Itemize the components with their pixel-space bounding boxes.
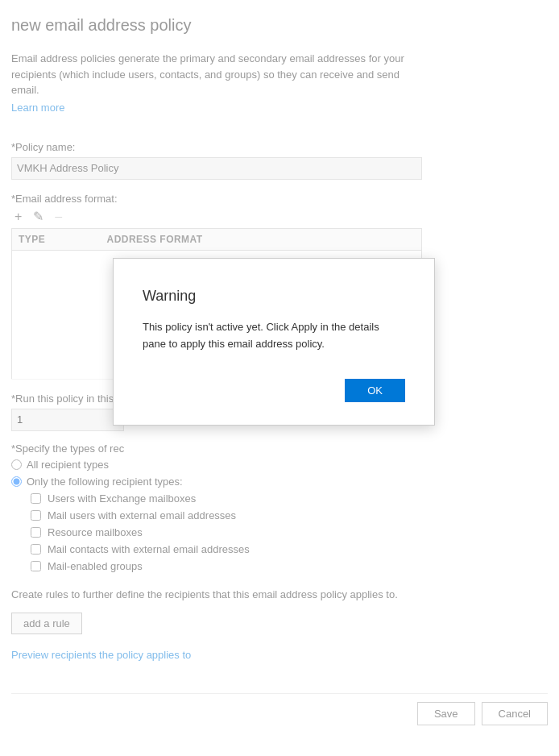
modal-ok-button[interactable]: OK — [345, 379, 405, 402]
warning-modal: Warning This policy isn't active yet. Cl… — [113, 258, 435, 426]
modal-body: This policy isn't active yet. Click Appl… — [143, 319, 405, 353]
modal-title: Warning — [143, 288, 405, 305]
modal-footer: OK — [143, 379, 405, 402]
